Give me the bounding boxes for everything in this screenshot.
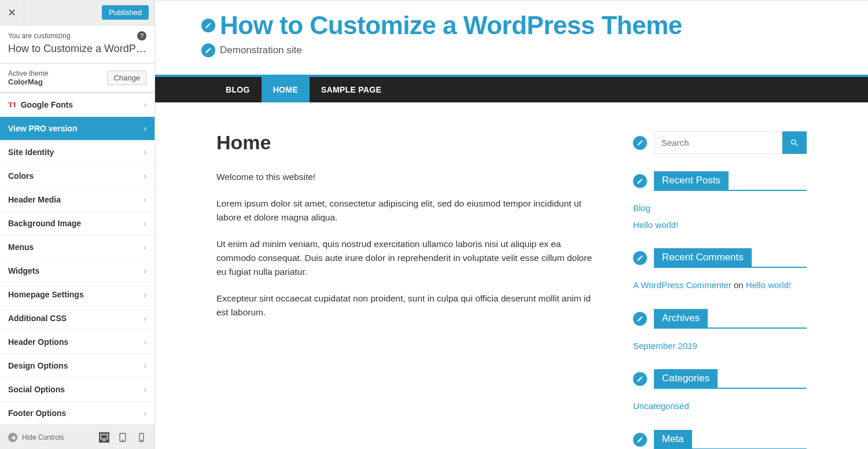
panel-item-homepage-settings[interactable]: Homepage Settings› — [0, 283, 155, 307]
panel-item-header-options[interactable]: Header Options› — [0, 330, 155, 354]
active-theme-row: Active theme ColorMag Change — [0, 64, 155, 93]
chevron-right-icon: › — [144, 171, 146, 181]
widget-title: Meta — [654, 430, 692, 448]
comment-post-link[interactable]: Hello world! — [746, 280, 791, 290]
panel-item-design-options[interactable]: Design Options› — [0, 354, 155, 378]
search-button[interactable] — [782, 131, 807, 154]
site-preview: How to Customize a WordPress Theme Demon… — [155, 0, 868, 449]
main-content: Home Welcome to this website!Lorem ipsum… — [216, 131, 598, 449]
panel-item-google-fonts[interactable]: TIGoogle Fonts› — [0, 93, 155, 117]
site-header: How to Customize a WordPress Theme Demon… — [155, 11, 868, 57]
panel-item-background-image[interactable]: Background Image› — [0, 212, 155, 235]
customizer-sidebar: ✕ Published You are customizing ? How to… — [0, 0, 155, 449]
on-text: on — [734, 280, 744, 290]
panel-item-widgets[interactable]: Widgets› — [0, 259, 155, 283]
chevron-right-icon: › — [144, 361, 146, 370]
collapse-icon: ◀ — [8, 433, 17, 442]
edit-shortcut-icon[interactable] — [633, 312, 647, 326]
nav-item-sample page[interactable]: SAMPLE PAGE — [310, 77, 393, 102]
panel-item-colors[interactable]: Colors› — [0, 164, 155, 188]
svg-point-5 — [141, 440, 141, 440]
chevron-right-icon: › — [144, 100, 146, 109]
sidebar-widgets: Recent PostsBlogHello world!Recent Comme… — [633, 131, 807, 449]
device-preview-toggles — [99, 432, 146, 443]
hide-controls-button[interactable]: ◀ Hide Controls — [8, 433, 64, 442]
panel-item-menus[interactable]: Menus› — [0, 235, 155, 259]
active-theme-name: ColorMag — [8, 78, 48, 86]
edit-shortcut-icon[interactable] — [201, 43, 215, 57]
edit-shortcut-icon[interactable] — [633, 372, 647, 386]
help-icon[interactable]: ? — [137, 31, 146, 41]
widget-recent-comments: Recent CommentsA WordPress Commenter on … — [633, 248, 807, 294]
chevron-right-icon: › — [144, 408, 146, 418]
panel-list: TIGoogle Fonts›View PRO version›Site Ide… — [0, 93, 155, 425]
chevron-right-icon: › — [144, 124, 146, 133]
widget-recent-posts: Recent PostsBlogHello world! — [633, 171, 807, 233]
panel-label: Google Fonts — [21, 100, 73, 109]
change-theme-button[interactable]: Change — [107, 71, 146, 85]
post-link[interactable]: Blog — [633, 203, 650, 213]
close-customizer-button[interactable]: ✕ — [0, 0, 24, 25]
panel-label: Design Options — [8, 361, 68, 370]
edit-shortcut-icon[interactable] — [633, 136, 647, 150]
panel-label: Footer Options — [8, 408, 66, 418]
nav-item-home[interactable]: HOME — [262, 77, 310, 102]
panel-item-footer-options[interactable]: Footer Options› — [0, 402, 155, 425]
post-link[interactable]: Hello world! — [633, 220, 678, 230]
panel-label: Background Image — [8, 219, 81, 228]
publish-status-button[interactable]: Published — [102, 5, 149, 20]
panel-label: View PRO version — [8, 124, 78, 133]
site-tagline: Demonstration site — [220, 45, 302, 56]
chevron-right-icon: › — [144, 385, 146, 394]
panel-item-social-options[interactable]: Social Options› — [0, 378, 155, 402]
site-title[interactable]: How to Customize a WordPress Theme — [220, 11, 682, 40]
search-input[interactable] — [654, 131, 782, 154]
hide-controls-label: Hide Controls — [22, 433, 64, 441]
widget-title: Recent Posts — [654, 171, 729, 190]
notice-site-title: How to Customize a WordPres... — [8, 43, 146, 55]
chevron-right-icon: › — [144, 337, 146, 347]
panel-item-additional-css[interactable]: Additional CSS› — [0, 307, 155, 330]
content-paragraph: Ut enim ad minim veniam, quis nostrud ex… — [216, 237, 598, 279]
edit-shortcut-icon[interactable] — [201, 19, 215, 32]
chevron-right-icon: › — [144, 266, 146, 275]
widget-title: Archives — [654, 309, 708, 327]
chevron-right-icon: › — [144, 242, 146, 252]
panel-item-view-pro-version[interactable]: View PRO version› — [0, 117, 155, 141]
edit-shortcut-icon[interactable] — [633, 174, 647, 188]
search-icon — [790, 138, 799, 148]
panel-label: Social Options — [8, 385, 65, 394]
widget-body: BlogHello world! — [633, 200, 807, 233]
panel-item-header-media[interactable]: Header Media› — [0, 188, 155, 212]
desktop-preview-icon[interactable] — [99, 432, 109, 443]
panel-label: Menus — [8, 242, 34, 252]
chevron-right-icon: › — [144, 290, 146, 299]
svg-rect-0 — [101, 434, 108, 439]
category-link[interactable]: Uncategorised — [633, 401, 689, 411]
chevron-right-icon: › — [144, 195, 146, 204]
primary-nav: BLOGHOMESAMPLE PAGE — [155, 75, 868, 102]
widget-body: A WordPress Commenter on Hello world! — [633, 277, 807, 294]
widget-body: Uncategorised — [633, 398, 807, 415]
svg-rect-1 — [102, 440, 105, 440]
widget-body: September 2019 — [633, 338, 807, 355]
widget-archives: ArchivesSeptember 2019 — [633, 309, 807, 355]
widget-title: Recent Comments — [654, 248, 752, 267]
sidebar-top-bar: ✕ Published — [0, 0, 155, 25]
panel-label: Additional CSS — [8, 314, 67, 323]
nav-item-blog[interactable]: BLOG — [214, 77, 262, 102]
edit-shortcut-icon[interactable] — [633, 251, 647, 265]
panel-item-site-identity[interactable]: Site Identity› — [0, 141, 155, 164]
edit-shortcut-icon[interactable] — [633, 433, 647, 447]
sidebar-footer: ◀ Hide Controls — [0, 425, 155, 449]
content-paragraph: Excepteur sint occaecat cupidatat non pr… — [216, 292, 598, 319]
content-paragraph: Lorem ipsum dolor sit amet, consectetur … — [216, 197, 598, 225]
archive-link[interactable]: September 2019 — [633, 341, 697, 351]
search-form — [654, 131, 807, 154]
commenter-link[interactable]: A WordPress Commenter — [633, 280, 731, 290]
panel-label: Header Options — [8, 337, 68, 347]
mobile-preview-icon[interactable] — [136, 432, 146, 443]
panel-label: Homepage Settings — [8, 290, 84, 299]
widget-title: Categories — [654, 369, 718, 388]
tablet-preview-icon[interactable] — [117, 432, 128, 443]
